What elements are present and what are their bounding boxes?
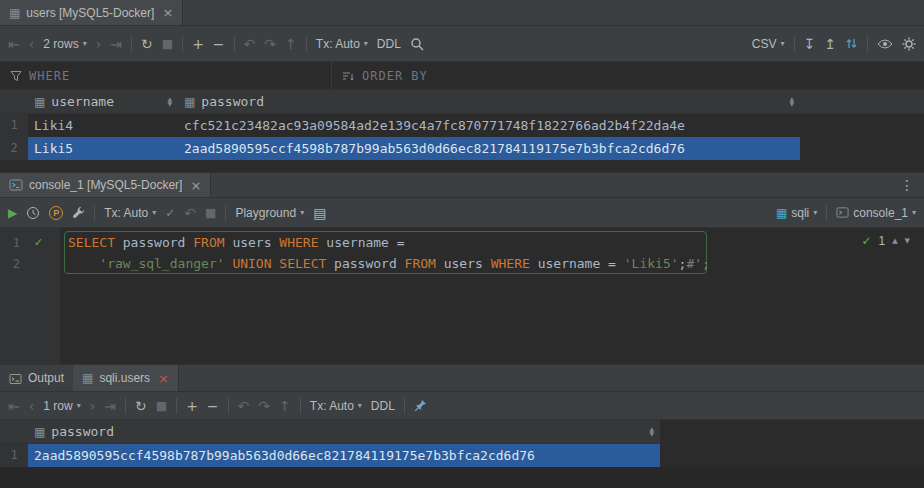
settings-gear-icon[interactable] — [902, 37, 916, 51]
inline-results-icon[interactable]: ▤ — [313, 206, 326, 220]
delete-row-icon[interactable]: − — [213, 37, 225, 51]
schema-picker-dropdown[interactable]: ▦ sqli▾ — [776, 206, 817, 220]
prev-page-icon[interactable]: ‹ — [29, 37, 35, 51]
row-number: 1 — [0, 114, 28, 137]
cell-password[interactable]: 2aad5890595ccf4598b787b99ab563d0d66ec821… — [178, 137, 800, 160]
stop-icon[interactable]: ■ — [205, 207, 216, 219]
sort-toggle-icon[interactable]: ▲▼ — [649, 427, 654, 436]
prev-result-icon[interactable]: ▲ — [892, 237, 897, 245]
cell-password[interactable]: 2aad5890595ccf4598b787b99ab563d0d66ec821… — [28, 444, 660, 467]
row-number: 2 — [0, 137, 28, 160]
editor-code-area[interactable]: SELECT password FROM users WHERE usernam… — [60, 232, 924, 364]
refresh-icon[interactable]: ↻ — [141, 37, 153, 51]
separator — [182, 36, 183, 52]
redo-icon[interactable]: ↷ — [264, 37, 276, 51]
first-page-icon[interactable]: ⇤ — [8, 37, 20, 51]
redo-icon[interactable]: ↷ — [258, 399, 270, 413]
sort-toggle-icon[interactable]: ▲▼ — [789, 97, 794, 106]
cell-password[interactable]: cfc521c23482ac93a09584ad2e139c4a7fc87077… — [178, 114, 800, 137]
separator — [125, 398, 126, 414]
next-result-icon[interactable]: ▼ — [905, 237, 910, 245]
ddl-button[interactable]: DDL — [371, 399, 395, 413]
users-grid-header: ▦ username ▲▼ ▦ password ▲▼ — [0, 90, 924, 114]
page-size-dropdown[interactable]: 2 rows▾ — [43, 37, 86, 51]
column-header-password[interactable]: ▦ password ▲▼ — [28, 420, 660, 443]
playground-mode-dropdown[interactable]: Playground▾ — [235, 206, 304, 220]
chevron-down-icon: ▾ — [813, 208, 817, 217]
console-picker-dropdown[interactable]: console_1▾ — [836, 206, 916, 220]
page-size-dropdown[interactable]: 1 row▾ — [43, 399, 80, 413]
execution-history-clock-icon[interactable] — [26, 206, 40, 220]
run-icon[interactable]: ▶ — [8, 207, 17, 219]
add-row-icon[interactable]: + — [186, 399, 198, 413]
close-icon[interactable]: × — [158, 372, 169, 385]
users-table-row-selected[interactable]: 2 Liki5 2aad5890595ccf4598b787b99ab563d0… — [0, 137, 924, 160]
next-page-icon[interactable]: › — [90, 399, 96, 413]
schema-icon: ▦ — [776, 207, 787, 219]
undo-icon[interactable]: ↶ — [244, 37, 256, 51]
prev-page-icon[interactable]: ‹ — [29, 399, 35, 413]
pin-tab-icon[interactable] — [414, 399, 427, 412]
tx-mode-dropdown[interactable]: Tx: Auto▾ — [104, 206, 156, 220]
export-data-icon[interactable]: ↧ — [804, 37, 816, 51]
tab-users-grid[interactable]: ▦ users [MySQL5-Docker] × — [0, 0, 183, 25]
rollback-icon[interactable]: ↶ — [184, 206, 196, 220]
column-header-username[interactable]: ▦ username ▲▼ — [28, 90, 178, 113]
cell-username[interactable]: Liki4 — [28, 114, 178, 137]
order-by-filter-field[interactable]: ORDER BY — [332, 62, 438, 89]
tab-result-grid[interactable]: ▦ sqli.users × — [73, 365, 179, 391]
add-row-icon[interactable]: + — [192, 37, 204, 51]
separator — [826, 205, 827, 221]
close-icon[interactable]: × — [190, 179, 201, 192]
explain-plan-icon[interactable]: P — [49, 206, 63, 220]
result-toolbar: ⇤ ‹ 1 row▾ › ⇥ ↻ ■ + − ↶ ↷ ↑ Tx: Auto▾ D… — [0, 392, 924, 420]
refresh-icon[interactable]: ↻ — [135, 399, 147, 413]
import-data-icon[interactable]: ↥ — [824, 37, 836, 51]
submit-icon[interactable]: ↑ — [279, 399, 291, 413]
sql-editor[interactable]: 1 ✓ 2 SELECT password FROM users WHERE u… — [0, 228, 924, 364]
tx-mode-dropdown[interactable]: Tx: Auto▾ — [310, 399, 362, 413]
separator — [225, 205, 226, 221]
cell-username[interactable]: Liki5 — [28, 137, 178, 160]
search-icon[interactable] — [410, 37, 424, 51]
submit-icon[interactable]: ↑ — [285, 37, 297, 51]
next-page-icon[interactable]: › — [96, 37, 102, 51]
editor-gutter: 1 ✓ 2 — [0, 228, 60, 364]
result-grid-header: ▦ password ▲▼ — [0, 420, 660, 444]
undo-icon[interactable]: ↶ — [238, 399, 250, 413]
preview-eye-icon[interactable] — [877, 38, 893, 50]
sort-toggle-icon[interactable]: ▲▼ — [167, 97, 172, 106]
tab-output[interactable]: Output — [0, 365, 73, 391]
result-table-row-selected[interactable]: 1 2aad5890595ccf4598b787b99ab563d0d66ec8… — [0, 444, 660, 467]
output-icon — [9, 372, 22, 385]
separator — [176, 398, 177, 414]
chevron-down-icon: ▾ — [300, 208, 304, 217]
first-page-icon[interactable]: ⇤ — [8, 399, 20, 413]
column-header-password[interactable]: ▦ password ▲▼ — [178, 90, 800, 113]
close-icon[interactable]: × — [162, 6, 173, 19]
ddl-button[interactable]: DDL — [377, 37, 401, 51]
execution-result-indicator: ✓ 1 ▲ ▼ — [861, 234, 910, 248]
stop-icon[interactable]: ■ — [156, 400, 167, 412]
results-tab-bar: Output ▦ sqli.users × — [0, 364, 924, 392]
tx-mode-dropdown[interactable]: Tx: Auto▾ — [316, 37, 368, 51]
code-line[interactable]: SELECT password FROM users WHERE usernam… — [68, 232, 924, 253]
chevron-down-icon: ▾ — [77, 401, 81, 410]
line-number: 1 — [6, 236, 20, 250]
export-format-dropdown[interactable]: CSV▾ — [752, 37, 785, 51]
code-line[interactable]: 'raw_sql_danger' UNION SELECT password F… — [68, 253, 924, 274]
last-page-icon[interactable]: ⇥ — [104, 399, 116, 413]
order-by-sort-icon — [342, 70, 355, 82]
sync-compare-icon[interactable] — [845, 37, 858, 50]
stop-icon[interactable]: ■ — [162, 38, 173, 50]
bottom-empty-area — [0, 467, 924, 488]
commit-check-icon[interactable]: ✓ — [165, 207, 175, 219]
tab-console[interactable]: console_1 [MySQL5-Docker] × — [0, 173, 211, 197]
where-filter-field[interactable]: WHERE — [0, 62, 332, 89]
more-options-kebab-icon[interactable]: ⋮ — [900, 177, 924, 193]
delete-row-icon[interactable]: − — [207, 399, 219, 413]
wrench-settings-icon[interactable] — [72, 206, 85, 219]
users-table-row[interactable]: 1 Liki4 cfc521c23482ac93a09584ad2e139c4a… — [0, 114, 924, 137]
grid-empty-area — [0, 160, 924, 172]
last-page-icon[interactable]: ⇥ — [110, 37, 122, 51]
